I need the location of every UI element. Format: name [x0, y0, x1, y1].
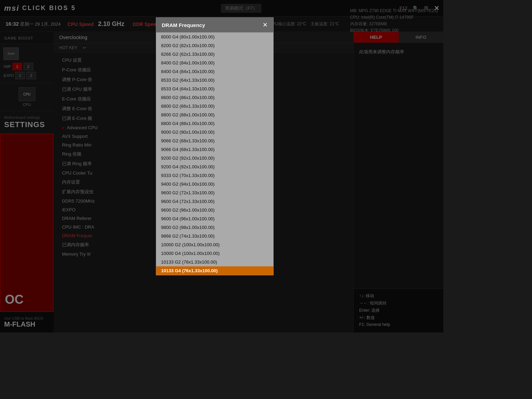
dram-item-24[interactable]: 10000 G2 (100x1.00x100.00) — [156, 240, 273, 249]
dram-item-6[interactable]: 8533 G4 (64x1.33x100.00) — [156, 85, 273, 93]
dram-modal-header: DRAM Frequency ✕ — [156, 18, 273, 33]
dram-item-23[interactable]: 9866 G2 (74x1.33x100.00) — [156, 232, 273, 240]
dram-item-7[interactable]: 8600 G2 (86x1.00x100.00) — [156, 93, 273, 102]
dram-item-21[interactable]: 9600 G4 (96x1.00x100.00) — [156, 214, 273, 223]
dram-item-26[interactable]: 10133 G2 (76x1.33x100.00) — [156, 258, 273, 266]
dram-item-1[interactable]: 8200 G2 (82x1.00x100.00) — [156, 41, 273, 50]
dram-item-16[interactable]: 9333 G2 (70x1.33x100.00) — [156, 171, 273, 180]
dram-item-12[interactable]: 9066 G2 (68x1.33x100.00) — [156, 136, 273, 145]
modal-overlay: DRAM Frequency ✕ 8000 G4 (80x1.00x100.00… — [0, 0, 443, 332]
dram-item-13[interactable]: 9066 G4 (68x1.33x100.00) — [156, 145, 273, 154]
dram-item-25[interactable]: 10000 G4 (100x1.00x100.00) — [156, 249, 273, 258]
dram-item-11[interactable]: 9000 G2 (90x1.00x100.00) — [156, 128, 273, 136]
dram-list[interactable]: 8000 G4 (80x1.00x100.00)8200 G2 (82x1.00… — [156, 33, 273, 275]
dram-item-3[interactable]: 8400 G2 (84x1.00x100.00) — [156, 59, 273, 67]
dram-modal-close-button[interactable]: ✕ — [263, 21, 268, 29]
dram-item-17[interactable]: 9400 G2 (94x1.00x100.00) — [156, 180, 273, 188]
dram-item-27[interactable]: 10133 G4 (76x1.33x100.00) — [156, 266, 273, 275]
dram-frequency-modal: DRAM Frequency ✕ 8000 G4 (80x1.00x100.00… — [156, 17, 274, 275]
dram-item-8[interactable]: 8800 G2 (66x1.33x100.00) — [156, 102, 273, 110]
dram-item-22[interactable]: 9800 G2 (98x1.00x100.00) — [156, 223, 273, 232]
dram-item-2[interactable]: 8266 G2 (62x1.33x100.00) — [156, 50, 273, 59]
dram-item-20[interactable]: 9600 G2 (96x1.00x100.00) — [156, 206, 273, 214]
dram-item-14[interactable]: 9200 G2 (92x1.00x100.00) — [156, 154, 273, 162]
dram-item-18[interactable]: 9600 G2 (72x1.33x100.00) — [156, 188, 273, 197]
dram-item-4[interactable]: 8400 G4 (84x1.00x100.00) — [156, 67, 273, 76]
dram-modal-title: DRAM Frequency — [162, 22, 205, 28]
dram-item-0[interactable]: 8000 G4 (80x1.00x100.00) — [156, 33, 273, 41]
dram-item-19[interactable]: 9600 G4 (72x1.33x100.00) — [156, 197, 273, 206]
dram-item-15[interactable]: 9200 G4 (92x1.00x100.00) — [156, 162, 273, 171]
dram-item-9[interactable]: 8800 G2 (88x1.00x100.00) — [156, 110, 273, 119]
dram-item-10[interactable]: 8800 G4 (88x1.00x100.00) — [156, 119, 273, 128]
dram-item-5[interactable]: 8533 G2 (64x1.33x100.00) — [156, 76, 273, 85]
